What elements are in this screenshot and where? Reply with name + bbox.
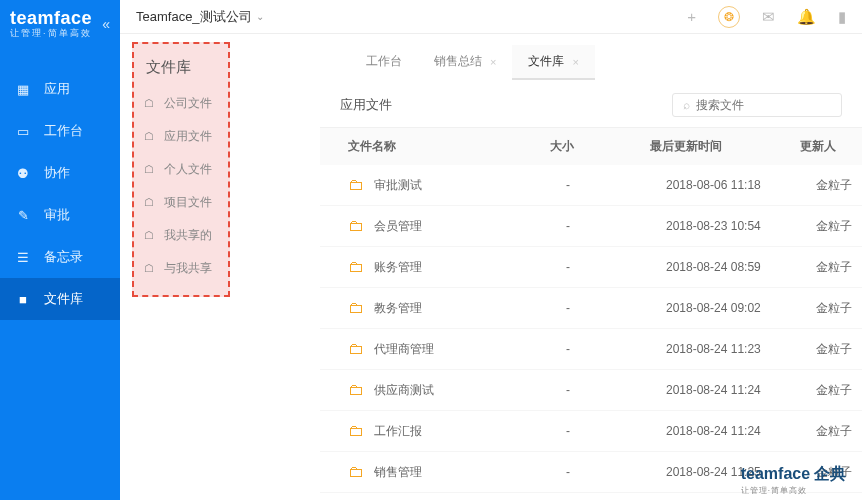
file-size: - <box>566 424 666 438</box>
sub-item-0[interactable]: ☖公司文件 <box>134 87 228 120</box>
logo-subtitle: 让管理·简单高效 <box>10 27 92 40</box>
book-icon[interactable]: ▮ <box>838 8 846 26</box>
nav-item-5[interactable]: ■文件库 <box>0 278 120 320</box>
add-icon[interactable]: + <box>687 8 696 25</box>
sub-item-icon: ☖ <box>144 196 158 209</box>
file-time: 2018-08-24 11:24 <box>666 383 816 397</box>
table-row[interactable]: 🗀 工作汇报 - 2018-08-24 11:24 金粒子 <box>320 411 862 452</box>
file-user: 金粒子 <box>816 382 862 399</box>
collapse-icon[interactable]: « <box>102 16 110 32</box>
nav-icon-file: ■ <box>14 292 32 307</box>
folder-icon: 🗀 <box>348 176 364 194</box>
file-user: 金粒子 <box>816 259 862 276</box>
tab-1[interactable]: 销售总结× <box>418 45 512 80</box>
file-user: 金粒子 <box>816 423 862 440</box>
tab-0[interactable]: 工作台 <box>350 45 418 80</box>
file-user: 金粒子 <box>816 341 862 358</box>
table-row[interactable]: 🗀 账务管理 - 2018-08-24 08:59 金粒子 <box>320 247 862 288</box>
col-header-user: 更新人 <box>800 138 862 155</box>
file-size: - <box>566 301 666 315</box>
file-size: - <box>566 383 666 397</box>
chevron-down-icon: ⌄ <box>256 11 264 22</box>
tab-close-icon[interactable]: × <box>572 56 578 68</box>
nav-item-2[interactable]: ⚉协作 <box>0 152 120 194</box>
sub-item-label: 应用文件 <box>164 128 212 145</box>
sub-item-label: 项目文件 <box>164 194 212 211</box>
breadcrumb: 应用文件 <box>340 96 392 114</box>
sub-item-3[interactable]: ☖项目文件 <box>134 186 228 219</box>
file-time: 2018-08-24 11:23 <box>666 342 816 356</box>
file-time: 2018-08-06 11:18 <box>666 178 816 192</box>
col-header-time: 最后更新时间 <box>650 138 800 155</box>
nav-item-4[interactable]: ☰备忘录 <box>0 236 120 278</box>
tab-label: 文件库 <box>528 53 564 70</box>
nav-item-0[interactable]: ▦应用 <box>0 68 120 110</box>
file-name: 账务管理 <box>374 259 566 276</box>
table-row[interactable]: 🗀 会员管理 - 2018-08-23 10:54 金粒子 <box>320 206 862 247</box>
nav-item-1[interactable]: ▭工作台 <box>0 110 120 152</box>
table-row[interactable]: 🗀 代理商管理 - 2018-08-24 11:23 金粒子 <box>320 329 862 370</box>
nav-icon-collab: ⚉ <box>14 166 32 181</box>
tab-close-icon[interactable]: × <box>490 56 496 68</box>
nav-icon-approve: ✎ <box>14 208 32 223</box>
sub-item-4[interactable]: ☖我共享的 <box>134 219 228 252</box>
nav-label: 备忘录 <box>44 248 83 266</box>
nav-label: 工作台 <box>44 122 83 140</box>
tab-bar: 工作台销售总结×文件库× <box>320 40 862 80</box>
sub-item-icon: ☖ <box>144 130 158 143</box>
logo-text: teamface <box>10 8 92 29</box>
sub-item-label: 我共享的 <box>164 227 212 244</box>
nav-label: 协作 <box>44 164 70 182</box>
top-bar: Teamface_测试公司 ⌄ + ❂ ✉ 🔔 ▮ <box>120 0 862 34</box>
sub-item-5[interactable]: ☖与我共享 <box>134 252 228 285</box>
sub-item-icon: ☖ <box>144 163 158 176</box>
sub-item-icon: ☖ <box>144 262 158 275</box>
tab-2[interactable]: 文件库× <box>512 45 594 80</box>
file-table: 文件名称 大小 最后更新时间 更新人 🗀 审批测试 - 2018-08-06 1… <box>320 128 862 500</box>
file-size: - <box>566 219 666 233</box>
company-name: Teamface_测试公司 <box>136 8 252 26</box>
file-name: 教务管理 <box>374 300 566 317</box>
tab-label: 销售总结 <box>434 53 482 70</box>
table-row[interactable]: 🗀 审批测试 - 2018-08-06 11:18 金粒子 <box>320 165 862 206</box>
search-box[interactable]: ⌕ <box>672 93 842 117</box>
file-size: - <box>566 260 666 274</box>
bell-icon[interactable]: 🔔 <box>797 8 816 26</box>
main-nav-list: ▦应用▭工作台⚉协作✎审批☰备忘录■文件库 <box>0 68 120 320</box>
breadcrumb-row: 应用文件 ⌕ <box>320 82 862 128</box>
file-name: 供应商测试 <box>374 382 566 399</box>
sub-item-label: 与我共享 <box>164 260 212 277</box>
sub-item-icon: ☖ <box>144 97 158 110</box>
file-size: - <box>566 342 666 356</box>
table-header: 文件名称 大小 最后更新时间 更新人 <box>320 128 862 165</box>
sub-sidebar-title: 文件库 <box>134 52 228 87</box>
file-size: - <box>566 178 666 192</box>
tab-label: 工作台 <box>366 53 402 70</box>
file-time: 2018-08-24 08:59 <box>666 260 816 274</box>
tag-icon[interactable]: ❂ <box>718 6 740 28</box>
search-input[interactable] <box>696 98 826 112</box>
file-size: - <box>566 465 666 479</box>
sub-item-label: 公司文件 <box>164 95 212 112</box>
sub-item-1[interactable]: ☖应用文件 <box>134 120 228 153</box>
col-header-size: 大小 <box>550 138 650 155</box>
top-icon-group: + ❂ ✉ 🔔 ▮ <box>687 6 846 28</box>
folder-icon: 🗀 <box>348 463 364 481</box>
company-selector[interactable]: Teamface_测试公司 ⌄ <box>136 8 264 26</box>
file-time: 2018-08-23 10:54 <box>666 219 816 233</box>
sub-item-2[interactable]: ☖个人文件 <box>134 153 228 186</box>
file-time: 2018-08-24 11:24 <box>666 424 816 438</box>
table-row[interactable]: 🗀 教务管理 - 2018-08-24 09:02 金粒子 <box>320 288 862 329</box>
folder-icon: 🗀 <box>348 340 364 358</box>
nav-label: 文件库 <box>44 290 83 308</box>
footer-cn: 企典 <box>814 465 846 482</box>
file-name: 审批测试 <box>374 177 566 194</box>
nav-icon-apps: ▦ <box>14 82 32 97</box>
nav-icon-memo: ☰ <box>14 250 32 265</box>
mail-icon[interactable]: ✉ <box>762 8 775 26</box>
table-row[interactable]: 🗀 供应商测试 - 2018-08-24 11:24 金粒子 <box>320 370 862 411</box>
file-user: 金粒子 <box>816 300 862 317</box>
sub-sidebar: 文件库 ☖公司文件☖应用文件☖个人文件☖项目文件☖我共享的☖与我共享 <box>132 42 230 297</box>
logo-block: teamface 让管理·简单高效 « <box>0 0 120 48</box>
nav-item-3[interactable]: ✎审批 <box>0 194 120 236</box>
